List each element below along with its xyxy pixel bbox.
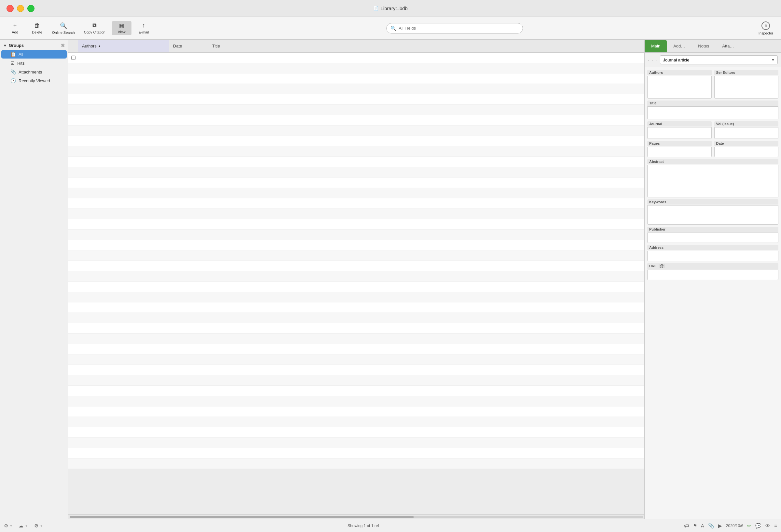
settings-icon[interactable]: ⚙ <box>34 523 38 529</box>
play-icon[interactable]: ▶ <box>718 523 722 529</box>
sidebar-item-all[interactable]: 📋 All <box>1 50 67 58</box>
table-row[interactable] <box>68 53 644 63</box>
table-row[interactable] <box>68 105 644 115</box>
table-row[interactable] <box>68 334 644 344</box>
add-button[interactable]: + Add <box>5 21 25 36</box>
title-row: Title <box>647 100 778 119</box>
eye-icon[interactable]: 👁 <box>766 523 770 528</box>
status-right: 🏷 ⚑ A 📎 ▶ 2020/10/6 ✏ 💬 👁 ≡ <box>684 523 777 529</box>
ser-editors-input[interactable] <box>714 76 779 98</box>
minimize-button[interactable] <box>17 5 24 12</box>
cloud-icon[interactable]: ☁ <box>18 523 24 529</box>
tab-add[interactable]: Add… <box>667 40 692 52</box>
edit-icon[interactable]: ✏ <box>747 523 751 529</box>
table-row[interactable] <box>68 438 644 448</box>
search-input[interactable] <box>399 26 519 31</box>
table-row[interactable] <box>68 365 644 375</box>
table-row[interactable] <box>68 386 644 396</box>
table-row[interactable] <box>68 157 644 167</box>
table-row[interactable] <box>68 209 644 219</box>
sidebar-item-recently-viewed[interactable]: 🕐 Recently Viewed <box>1 77 67 85</box>
table-row[interactable] <box>68 396 644 406</box>
paperclip-icon[interactable]: 📎 <box>708 523 714 529</box>
table-row[interactable] <box>68 115 644 126</box>
pages-input[interactable] <box>647 147 712 157</box>
table-row[interactable] <box>68 302 644 313</box>
table-row[interactable] <box>68 94 644 105</box>
scrollbar-thumb[interactable] <box>70 516 414 518</box>
sidebar-item-attachments[interactable]: 📎 Attachments <box>1 68 67 76</box>
table-row[interactable] <box>68 126 644 136</box>
tab-attachments[interactable]: Atta… <box>715 40 740 52</box>
view-grid-button[interactable]: ▦ View <box>112 21 131 35</box>
table-row[interactable] <box>68 354 644 365</box>
table-row[interactable] <box>68 240 644 251</box>
font-icon[interactable]: A <box>701 523 704 528</box>
journal-input[interactable] <box>647 127 712 139</box>
table-row[interactable] <box>68 178 644 188</box>
address-input[interactable] <box>647 251 778 261</box>
date-column-header[interactable]: Date <box>169 40 208 52</box>
groups-header[interactable]: ▼ Groups ⌘ <box>0 41 68 50</box>
flag-icon[interactable]: ⚑ <box>693 523 697 529</box>
table-row[interactable] <box>68 84 644 94</box>
table-row[interactable] <box>68 136 644 146</box>
content-area: Authors ▲ Date Title <box>68 40 781 519</box>
table-row[interactable] <box>68 375 644 386</box>
tab-main[interactable]: Main <box>645 40 667 52</box>
abstract-input[interactable] <box>647 165 778 197</box>
title-input[interactable] <box>647 106 778 119</box>
table-row[interactable] <box>68 74 644 84</box>
publisher-input[interactable] <box>647 232 778 243</box>
address-label: Address <box>647 245 778 250</box>
search-box[interactable]: 🔍 <box>386 23 523 34</box>
table-row[interactable] <box>68 292 644 302</box>
delete-button[interactable]: 🗑 Delete <box>27 21 47 36</box>
inspector-button[interactable]: ℹ Inspector <box>756 20 776 36</box>
table-row[interactable] <box>68 251 644 261</box>
reference-type-dropdown[interactable]: Journal article ▼ <box>660 55 778 64</box>
table-row[interactable] <box>68 344 644 354</box>
close-button[interactable] <box>6 5 14 12</box>
checkbox-0[interactable] <box>71 56 76 60</box>
tab-notes[interactable]: Notes <box>692 40 715 52</box>
column-header: Authors ▲ Date Title <box>68 40 644 53</box>
table-row[interactable] <box>68 281 644 292</box>
table-row[interactable] <box>68 198 644 209</box>
table-row[interactable] <box>68 417 644 427</box>
table-row[interactable] <box>68 146 644 157</box>
horizontal-scrollbar[interactable] <box>68 515 644 519</box>
table-row[interactable] <box>68 230 644 240</box>
table-row[interactable] <box>68 427 644 438</box>
table-row[interactable] <box>68 323 644 334</box>
email-button[interactable]: ↑ E-mail <box>134 21 154 36</box>
gear-icon[interactable]: ⚙ <box>4 523 8 529</box>
row-checkbox-0[interactable] <box>68 56 78 60</box>
table-row[interactable] <box>68 271 644 281</box>
date-input[interactable] <box>714 147 779 157</box>
table-row[interactable] <box>68 448 644 458</box>
scrollbar-track[interactable] <box>70 516 643 518</box>
sidebar-item-hits[interactable]: ☑ Hits <box>1 59 67 67</box>
url-input[interactable] <box>647 270 778 280</box>
authors-input[interactable] <box>647 76 712 98</box>
maximize-button[interactable] <box>27 5 35 12</box>
table-row[interactable] <box>68 313 644 323</box>
copy-citation-button[interactable]: ⧉ Copy Citation <box>80 21 109 36</box>
table-row[interactable] <box>68 458 644 469</box>
vol-issue-input[interactable] <box>714 127 779 139</box>
table-row[interactable] <box>68 167 644 178</box>
online-search-button[interactable]: 🔍 Online Search <box>49 21 77 36</box>
table-row[interactable] <box>68 188 644 198</box>
traffic-lights <box>6 5 35 12</box>
title-column-header[interactable]: Title <box>208 40 644 52</box>
table-row[interactable] <box>68 219 644 230</box>
list-icon[interactable]: ≡ <box>774 523 777 528</box>
tag-icon[interactable]: 🏷 <box>684 523 689 528</box>
table-row[interactable] <box>68 261 644 271</box>
table-row[interactable] <box>68 406 644 417</box>
table-row[interactable] <box>68 63 644 74</box>
speech-bubble-icon[interactable]: 💬 <box>755 523 762 529</box>
authors-column-header[interactable]: Authors ▲ <box>78 40 169 52</box>
keywords-input[interactable] <box>647 205 778 225</box>
